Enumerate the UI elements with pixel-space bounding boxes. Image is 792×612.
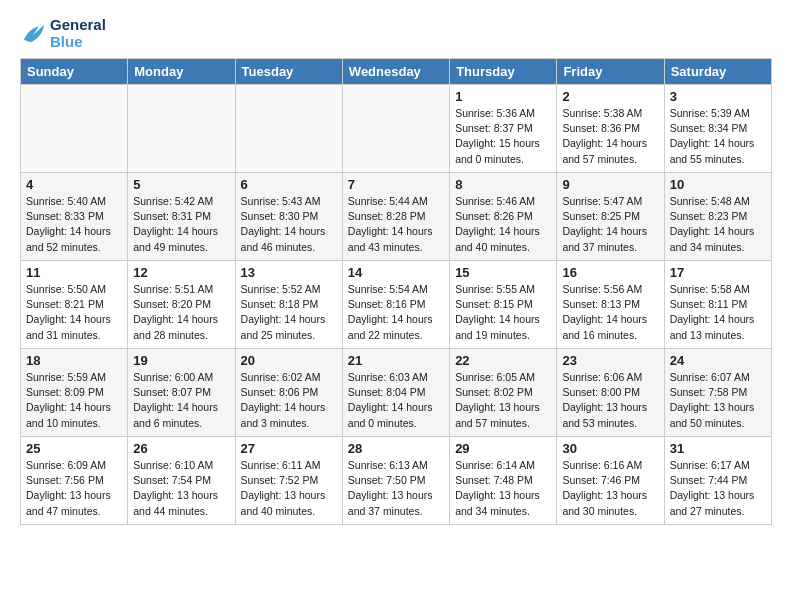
cell-line: Sunrise: 5:47 AM — [562, 194, 658, 209]
cell-line: Sunrise: 6:00 AM — [133, 370, 229, 385]
cell-line: Daylight: 13 hours — [26, 488, 122, 503]
logo-text: General Blue — [50, 16, 106, 50]
cell-line: Sunrise: 6:07 AM — [670, 370, 766, 385]
cell-line: Daylight: 13 hours — [562, 488, 658, 503]
cell-line: Sunset: 7:44 PM — [670, 473, 766, 488]
cell-line: Sunset: 7:58 PM — [670, 385, 766, 400]
cell-line: and 19 minutes. — [455, 328, 551, 343]
cell-line: Daylight: 14 hours — [670, 136, 766, 151]
cell-content: Sunrise: 6:10 AMSunset: 7:54 PMDaylight:… — [133, 458, 229, 519]
week-row: 11Sunrise: 5:50 AMSunset: 8:21 PMDayligh… — [21, 261, 772, 349]
cell-line: Sunset: 7:56 PM — [26, 473, 122, 488]
day-number: 28 — [348, 441, 444, 456]
day-number: 22 — [455, 353, 551, 368]
day-number: 16 — [562, 265, 658, 280]
calendar-cell: 14Sunrise: 5:54 AMSunset: 8:16 PMDayligh… — [342, 261, 449, 349]
logo-icon — [20, 21, 48, 45]
cell-content: Sunrise: 6:11 AMSunset: 7:52 PMDaylight:… — [241, 458, 337, 519]
cell-line: Sunrise: 5:54 AM — [348, 282, 444, 297]
cell-line: Sunset: 8:06 PM — [241, 385, 337, 400]
calendar-cell: 29Sunrise: 6:14 AMSunset: 7:48 PMDayligh… — [450, 437, 557, 525]
cell-line: Daylight: 14 hours — [562, 312, 658, 327]
day-number: 15 — [455, 265, 551, 280]
week-row: 18Sunrise: 5:59 AMSunset: 8:09 PMDayligh… — [21, 349, 772, 437]
weekday-header: Tuesday — [235, 59, 342, 85]
cell-content: Sunrise: 6:14 AMSunset: 7:48 PMDaylight:… — [455, 458, 551, 519]
calendar-cell: 8Sunrise: 5:46 AMSunset: 8:26 PMDaylight… — [450, 173, 557, 261]
cell-content: Sunrise: 5:40 AMSunset: 8:33 PMDaylight:… — [26, 194, 122, 255]
cell-content: Sunrise: 5:44 AMSunset: 8:28 PMDaylight:… — [348, 194, 444, 255]
cell-line: Daylight: 14 hours — [455, 312, 551, 327]
calendar-cell: 13Sunrise: 5:52 AMSunset: 8:18 PMDayligh… — [235, 261, 342, 349]
cell-line: Sunset: 8:09 PM — [26, 385, 122, 400]
day-number: 26 — [133, 441, 229, 456]
cell-line: Sunrise: 6:17 AM — [670, 458, 766, 473]
cell-line: and 27 minutes. — [670, 504, 766, 519]
week-row: 4Sunrise: 5:40 AMSunset: 8:33 PMDaylight… — [21, 173, 772, 261]
day-number: 3 — [670, 89, 766, 104]
cell-line: Sunset: 8:04 PM — [348, 385, 444, 400]
cell-line: Sunrise: 5:55 AM — [455, 282, 551, 297]
calendar-cell — [128, 85, 235, 173]
cell-line: Sunset: 8:20 PM — [133, 297, 229, 312]
cell-content: Sunrise: 5:42 AMSunset: 8:31 PMDaylight:… — [133, 194, 229, 255]
day-number: 14 — [348, 265, 444, 280]
cell-line: Sunrise: 6:02 AM — [241, 370, 337, 385]
cell-content: Sunrise: 6:00 AMSunset: 8:07 PMDaylight:… — [133, 370, 229, 431]
cell-line: Sunset: 8:00 PM — [562, 385, 658, 400]
cell-content: Sunrise: 5:47 AMSunset: 8:25 PMDaylight:… — [562, 194, 658, 255]
cell-line: and 37 minutes. — [348, 504, 444, 519]
cell-line: Daylight: 14 hours — [348, 312, 444, 327]
cell-line: Sunrise: 5:43 AM — [241, 194, 337, 209]
day-number: 5 — [133, 177, 229, 192]
day-number: 1 — [455, 89, 551, 104]
cell-line: Sunrise: 6:13 AM — [348, 458, 444, 473]
cell-content: Sunrise: 5:58 AMSunset: 8:11 PMDaylight:… — [670, 282, 766, 343]
cell-content: Sunrise: 5:36 AMSunset: 8:37 PMDaylight:… — [455, 106, 551, 167]
calendar-page: General Blue SundayMondayTuesdayWednesda… — [0, 0, 792, 541]
cell-line: and 40 minutes. — [241, 504, 337, 519]
weekday-header: Sunday — [21, 59, 128, 85]
cell-content: Sunrise: 6:17 AMSunset: 7:44 PMDaylight:… — [670, 458, 766, 519]
weekday-header: Friday — [557, 59, 664, 85]
cell-content: Sunrise: 5:39 AMSunset: 8:34 PMDaylight:… — [670, 106, 766, 167]
cell-line: Daylight: 14 hours — [26, 224, 122, 239]
cell-line: Sunrise: 5:39 AM — [670, 106, 766, 121]
cell-line: Sunrise: 5:58 AM — [670, 282, 766, 297]
cell-line: Sunset: 8:37 PM — [455, 121, 551, 136]
week-row: 1Sunrise: 5:36 AMSunset: 8:37 PMDaylight… — [21, 85, 772, 173]
cell-line: Sunset: 8:16 PM — [348, 297, 444, 312]
day-number: 17 — [670, 265, 766, 280]
cell-line: Daylight: 13 hours — [455, 400, 551, 415]
calendar-cell: 27Sunrise: 6:11 AMSunset: 7:52 PMDayligh… — [235, 437, 342, 525]
calendar-cell: 30Sunrise: 6:16 AMSunset: 7:46 PMDayligh… — [557, 437, 664, 525]
cell-line: Sunset: 8:13 PM — [562, 297, 658, 312]
cell-line: Daylight: 14 hours — [133, 312, 229, 327]
cell-line: Sunset: 8:31 PM — [133, 209, 229, 224]
calendar-cell: 3Sunrise: 5:39 AMSunset: 8:34 PMDaylight… — [664, 85, 771, 173]
cell-content: Sunrise: 6:02 AMSunset: 8:06 PMDaylight:… — [241, 370, 337, 431]
weekday-header: Thursday — [450, 59, 557, 85]
cell-content: Sunrise: 6:13 AMSunset: 7:50 PMDaylight:… — [348, 458, 444, 519]
cell-line: Daylight: 14 hours — [348, 224, 444, 239]
cell-line: and 40 minutes. — [455, 240, 551, 255]
cell-line: Sunrise: 5:46 AM — [455, 194, 551, 209]
cell-line: Daylight: 14 hours — [26, 312, 122, 327]
cell-line: and 46 minutes. — [241, 240, 337, 255]
cell-line: Daylight: 14 hours — [241, 224, 337, 239]
cell-line: Sunset: 8:02 PM — [455, 385, 551, 400]
cell-line: Sunrise: 5:40 AM — [26, 194, 122, 209]
cell-line: and 49 minutes. — [133, 240, 229, 255]
day-number: 9 — [562, 177, 658, 192]
cell-line: Sunrise: 6:11 AM — [241, 458, 337, 473]
cell-line: Sunset: 7:50 PM — [348, 473, 444, 488]
calendar-cell: 31Sunrise: 6:17 AMSunset: 7:44 PMDayligh… — [664, 437, 771, 525]
cell-line: Sunrise: 5:44 AM — [348, 194, 444, 209]
calendar-table: SundayMondayTuesdayWednesdayThursdayFrid… — [20, 58, 772, 525]
cell-line: and 47 minutes. — [26, 504, 122, 519]
day-number: 7 — [348, 177, 444, 192]
header: General Blue — [20, 16, 772, 50]
cell-line: and 34 minutes. — [455, 504, 551, 519]
calendar-cell — [21, 85, 128, 173]
cell-line: Sunset: 7:46 PM — [562, 473, 658, 488]
